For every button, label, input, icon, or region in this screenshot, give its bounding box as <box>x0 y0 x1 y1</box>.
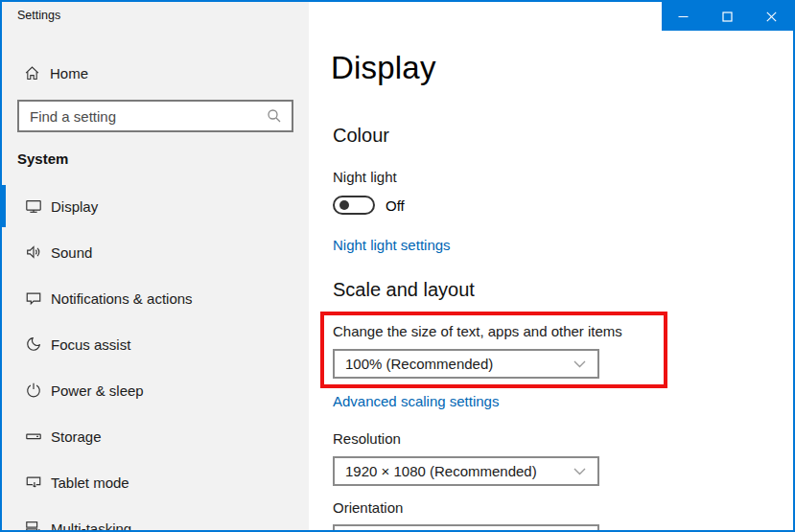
chevron-down-icon <box>573 468 586 475</box>
night-light-settings-link[interactable]: Night light settings <box>333 237 451 253</box>
advanced-scaling-link[interactable]: Advanced scaling settings <box>333 393 499 409</box>
search-input[interactable] <box>19 108 267 125</box>
close-button[interactable] <box>749 2 793 31</box>
orientation-label: Orientation <box>333 499 403 516</box>
sidebar-item-home[interactable]: Home <box>2 59 309 86</box>
sidebar-item-tablet-mode[interactable]: Tablet mode <box>2 459 309 505</box>
colour-heading: Colour <box>333 125 389 147</box>
toggle-knob <box>339 200 349 210</box>
night-light-state: Off <box>386 197 405 214</box>
sidebar-item-label: Focus assist <box>51 336 130 353</box>
search-icon[interactable] <box>267 108 282 124</box>
resolution-dropdown-value: 1920 × 1080 (Recommended) <box>335 463 573 479</box>
settings-window: Settings Home System <box>0 0 795 532</box>
sidebar-nav: Display Sound Notifications & <box>2 183 309 532</box>
display-icon <box>25 197 42 215</box>
scale-dropdown[interactable]: 100% (Recommended) <box>333 349 599 379</box>
sidebar-item-label: Sound <box>51 244 92 261</box>
multitasking-icon <box>25 520 42 532</box>
sidebar-item-display[interactable]: Display <box>2 183 309 229</box>
scale-dropdown-value: 100% (Recommended) <box>335 356 573 372</box>
main-content: Display Colour Night light Off Night lig… <box>309 2 793 530</box>
window-title: Settings <box>17 9 60 22</box>
sidebar-item-notifications[interactable]: Notifications & actions <box>2 275 309 321</box>
scale-layout-heading: Scale and layout <box>333 279 475 301</box>
focus-assist-icon <box>25 335 42 353</box>
resolution-dropdown[interactable]: 1920 × 1080 (Recommended) <box>333 456 599 486</box>
page-title: Display <box>331 50 436 86</box>
change-size-label: Change the size of text, apps and other … <box>333 323 622 339</box>
sidebar-item-label: Power & sleep <box>51 382 144 399</box>
sidebar-item-sound[interactable]: Sound <box>2 229 309 275</box>
orientation-dropdown[interactable] <box>333 524 599 532</box>
sidebar-item-storage[interactable]: Storage <box>2 413 309 459</box>
storage-icon <box>25 428 42 445</box>
sidebar-item-label: Storage <box>51 428 102 445</box>
home-icon <box>23 64 40 81</box>
night-light-toggle[interactable] <box>333 196 375 215</box>
sidebar-item-label: Notifications & actions <box>51 290 193 307</box>
titlebar-caption-area <box>662 2 793 31</box>
resolution-label: Resolution <box>333 430 401 447</box>
sidebar-item-focus-assist[interactable]: Focus assist <box>2 321 309 367</box>
minimize-button[interactable] <box>662 2 706 31</box>
chevron-down-icon <box>573 360 586 368</box>
maximize-button[interactable] <box>706 2 750 31</box>
power-icon <box>25 382 42 399</box>
notifications-icon <box>25 289 42 307</box>
sidebar-item-power-sleep[interactable]: Power & sleep <box>2 367 309 413</box>
sidebar-item-label: Display <box>51 198 98 215</box>
search-box[interactable] <box>17 100 293 132</box>
tablet-mode-icon <box>25 474 42 491</box>
night-light-label: Night light <box>333 169 397 185</box>
selected-accent-bar <box>2 185 6 227</box>
sound-icon <box>25 243 42 261</box>
sidebar-item-label: Tablet mode <box>51 474 129 491</box>
sidebar-item-label: Home <box>50 65 88 81</box>
sidebar-section-system: System <box>17 150 68 167</box>
sidebar-item-label: Multi-tasking <box>51 520 131 532</box>
sidebar-item-multitasking[interactable]: Multi-tasking <box>2 505 309 532</box>
sidebar: Settings Home System <box>2 2 309 530</box>
